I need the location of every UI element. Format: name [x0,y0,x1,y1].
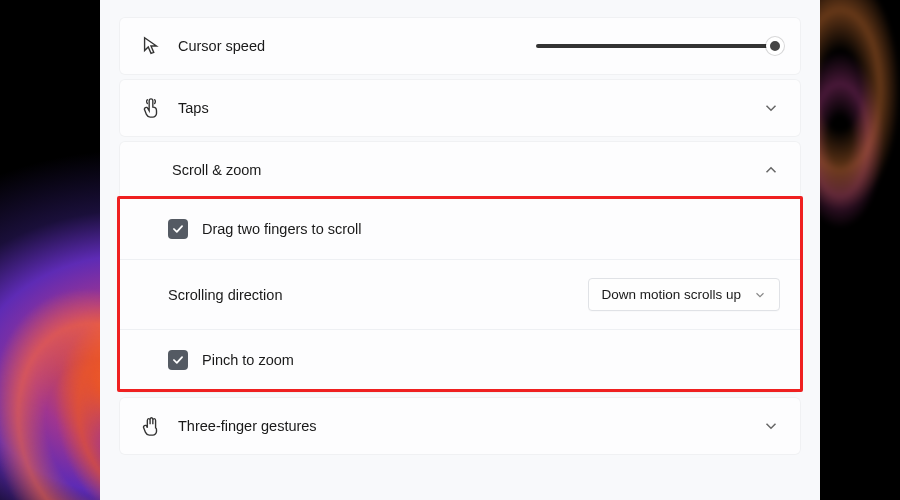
tap-icon [140,97,162,119]
three-finger-row[interactable]: Three-finger gestures [120,398,800,454]
three-finger-label: Three-finger gestures [178,418,762,434]
cursor-speed-card: Cursor speed [120,18,800,74]
drag-two-fingers-label: Drag two fingers to scroll [202,221,780,237]
scroll-zoom-header[interactable]: Scroll & zoom [120,142,800,198]
slider-thumb[interactable] [766,37,784,55]
pinch-zoom-label: Pinch to zoom [202,352,780,368]
scrolling-direction-label: Scrolling direction [168,287,588,303]
cursor-icon [140,35,162,57]
cursor-speed-slider[interactable] [536,44,780,48]
chevron-down-icon [762,99,780,117]
chevron-down-icon [753,288,767,302]
drag-two-fingers-checkbox[interactable] [168,219,188,239]
scrolling-direction-selected: Down motion scrolls up [601,287,741,302]
chevron-down-icon [762,417,780,435]
pinch-zoom-checkbox[interactable] [168,350,188,370]
drag-two-fingers-row: Drag two fingers to scroll [120,199,800,259]
pinch-zoom-row: Pinch to zoom [120,329,800,389]
chevron-up-icon [762,161,780,179]
taps-card[interactable]: Taps [120,80,800,136]
three-finger-card[interactable]: Three-finger gestures [120,398,800,454]
cursor-speed-label: Cursor speed [178,38,536,54]
scrolling-direction-row: Scrolling direction Down motion scrolls … [120,259,800,329]
taps-row[interactable]: Taps [120,80,800,136]
three-finger-icon [140,415,162,437]
scroll-zoom-label: Scroll & zoom [172,162,762,178]
scroll-zoom-card: Scroll & zoom Drag two fingers to scroll [120,142,800,392]
cursor-speed-row: Cursor speed [120,18,800,74]
scrolling-direction-dropdown[interactable]: Down motion scrolls up [588,278,780,311]
touchpad-settings-panel: Cursor speed Taps [100,0,820,500]
slider-track[interactable] [536,44,776,48]
scroll-zoom-expanded-content: Drag two fingers to scroll Scrolling dir… [117,196,803,392]
taps-label: Taps [178,100,762,116]
